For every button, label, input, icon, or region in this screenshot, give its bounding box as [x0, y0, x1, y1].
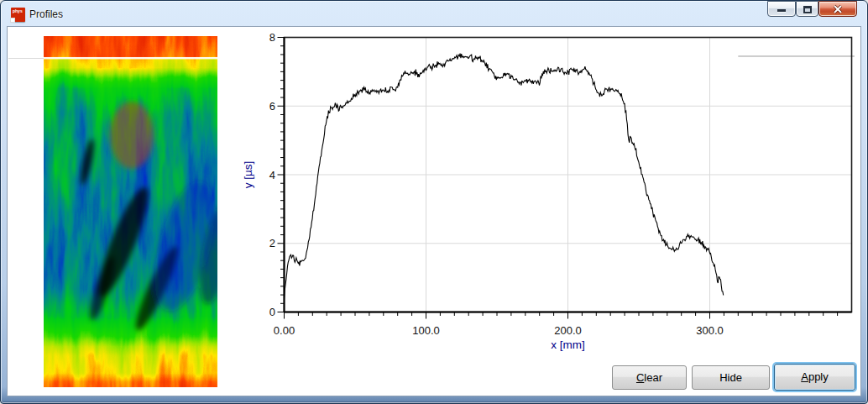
title-bar[interactable]: phys Profiles	[2, 2, 866, 26]
app-logo-corner	[10, 18, 15, 23]
app-icon[interactable]: phys	[11, 8, 25, 22]
profiles-window: phys Profiles	[0, 0, 868, 404]
x-tick-label: 0.00	[274, 324, 295, 337]
close-button[interactable]	[818, 1, 857, 17]
x-tick-label: 100.0	[412, 324, 440, 337]
cscan-rendering	[44, 36, 217, 387]
cscan-image[interactable]	[44, 36, 217, 387]
y-tick-label: 8	[269, 31, 275, 44]
y-tick-label: 6	[269, 100, 275, 113]
cscan-cursor-row	[44, 57, 217, 59]
maximize-button[interactable]	[796, 1, 818, 17]
window-title: Profiles	[29, 8, 63, 20]
y-tick-label: 0	[269, 306, 275, 318]
maximize-icon	[803, 6, 812, 13]
y-axis-title: y [µs]	[242, 161, 254, 189]
x-axis-title: x [mm]	[551, 338, 585, 351]
hide-button[interactable]: Hide	[692, 365, 770, 390]
y-tick-label: 4	[269, 169, 275, 181]
profile-cursor-line	[8, 58, 44, 59]
profile-chart[interactable]: 0.00100.0200.0300.002468x [mm]y [µs]	[238, 30, 860, 359]
clear-button[interactable]: Clear	[612, 365, 687, 390]
y-tick-label: 2	[269, 237, 275, 249]
x-tick-label: 300.0	[696, 324, 724, 337]
close-icon	[833, 4, 843, 14]
minimize-icon	[777, 9, 786, 12]
minimize-button[interactable]	[767, 1, 796, 17]
app-logo-text: phys	[13, 8, 23, 13]
x-tick-label: 200.0	[554, 324, 582, 337]
apply-button[interactable]: Apply	[774, 364, 855, 391]
